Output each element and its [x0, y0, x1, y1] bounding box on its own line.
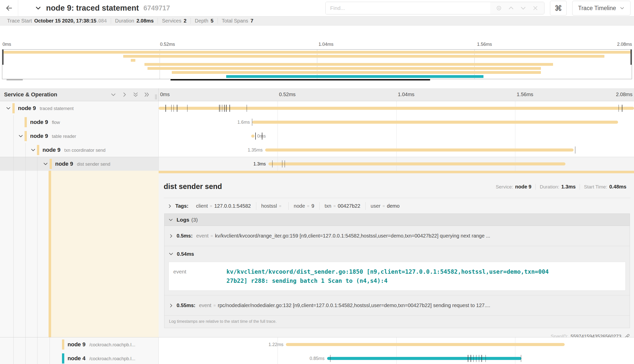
collapse-span-chevron[interactable] — [43, 161, 48, 167]
log-key: event — [196, 233, 208, 239]
span-operation: dist sender send — [77, 162, 110, 167]
span-tree-label: node 9traced statement — [18, 105, 74, 112]
axis-tick-label: 0ms — [3, 42, 11, 47]
log-event-tick — [619, 105, 619, 112]
span-row[interactable]: node 9flow1.6ms — [0, 115, 634, 129]
span-duration-label: 0.85ms — [310, 356, 325, 361]
span-tree-cell[interactable]: node 9/cockroach.roachpb.I... — [0, 337, 159, 351]
minimap-right-handle[interactable] — [630, 50, 632, 65]
span-row[interactable]: node 9txn coordinator send1.35ms — [0, 143, 634, 157]
expand-all-icon[interactable] — [144, 92, 150, 98]
span-duration-bar[interactable] — [159, 107, 634, 110]
tag-equals: = — [383, 204, 385, 208]
span-row[interactable]: node 4/cockroach.roachpb.I...0.85ms — [0, 351, 634, 364]
tree-guide-line — [13, 115, 14, 129]
minimap-canvas[interactable] — [2, 49, 632, 79]
keyboard-shortcuts-button[interactable]: ⌘ — [550, 1, 567, 15]
log-event-tick — [226, 105, 227, 112]
find-input[interactable] — [326, 2, 490, 14]
span-duration-bar[interactable] — [251, 135, 255, 138]
span-id-value: 5597415943526560273 — [570, 334, 621, 337]
span-timeline-cell[interactable]: 1.22ms — [159, 337, 634, 351]
minimap-scroll-nub[interactable] — [7, 79, 23, 80]
span-id-row: SpanID: 5597415943526560273 — [164, 333, 630, 337]
span-timeline-cell[interactable]: 1.6ms — [159, 115, 634, 129]
tag-value: 9 — [311, 203, 314, 209]
span-tree-cell[interactable]: node 9table reader — [0, 129, 159, 143]
span-detail-meta: Service:node 9 Duration:1.3ms Start Time… — [492, 184, 630, 191]
logs-header[interactable]: Logs (3) — [164, 214, 630, 226]
span-row[interactable]: node 9table reader0ms — [0, 129, 634, 143]
chevron-down-icon — [168, 217, 173, 222]
collapse-span-chevron[interactable] — [18, 133, 24, 139]
collapse-span-chevron[interactable] — [30, 147, 36, 153]
span-tree-label: node 4/cockroach.roachpb.I... — [68, 355, 135, 362]
span-duration-bar[interactable] — [265, 148, 574, 152]
collapse-all-icon[interactable] — [133, 92, 139, 98]
minimap-scrollbar[interactable] — [2, 79, 632, 81]
span-timeline-cell[interactable] — [159, 101, 634, 115]
span-timeline-cell[interactable]: 1.3ms — [159, 157, 634, 171]
minimap-scroll-thumb[interactable] — [171, 79, 430, 80]
collapse-one-icon[interactable] — [110, 92, 116, 98]
logs-count: (3) — [191, 217, 198, 223]
span-tree-cell[interactable]: node 4/cockroach.roachpb.I... — [0, 351, 159, 364]
timeline-axis: 0ms0.52ms1.04ms1.56ms2.08ms — [159, 88, 634, 101]
span-tree-cell[interactable]: node 9flow — [0, 115, 159, 129]
log-event-tick — [229, 105, 230, 112]
log-event-tick — [171, 105, 172, 112]
tag-key: client — [196, 203, 208, 209]
span-row[interactable]: node 9/cockroach.roachpb.I...1.22ms — [0, 337, 634, 351]
timeline-column-header: Service & Operation — [0, 88, 634, 101]
chevron-right-icon — [168, 233, 174, 239]
tag-item: txn=00427b22 — [319, 202, 365, 210]
column-resize-handle[interactable] — [155, 94, 157, 99]
span-row[interactable]: node 9dist sender send1.3ms — [0, 157, 634, 171]
span-timeline-cell[interactable]: 0ms — [159, 129, 634, 143]
span-timeline-cell[interactable]: 0.85ms — [159, 351, 634, 364]
back-button[interactable] — [0, 0, 18, 16]
span-tree-cell[interactable]: node 9traced statement — [0, 101, 159, 115]
tree-guide-line — [25, 171, 26, 337]
view-select-button[interactable]: Trace Timeline — [572, 1, 630, 15]
find-clear-icon[interactable] — [531, 3, 540, 13]
logs-label: Logs — [177, 217, 189, 223]
expand-one-icon[interactable] — [121, 92, 128, 98]
tags-row[interactable]: Tags: client=127.0.0.1:54582hostssl=node… — [164, 202, 630, 210]
span-duration-bar[interactable] — [252, 121, 618, 124]
span-tree-cell[interactable]: node 9dist sender send — [0, 157, 159, 171]
collapse-trace-chevron[interactable] — [35, 5, 41, 11]
span-duration-bar[interactable] — [268, 162, 565, 165]
minimap-span-bar — [172, 71, 541, 74]
span-row[interactable]: node 9traced statement — [0, 101, 634, 115]
log-entry[interactable]: 0.5ms:event=kv/kvclient/kvcoord/range_it… — [164, 226, 630, 246]
span-tree-cell[interactable]: node 9txn coordinator send — [0, 143, 159, 157]
span-duration-bar[interactable] — [286, 343, 565, 346]
log-entry-header[interactable]: 0.54ms — [164, 246, 630, 262]
summary-value: 7 — [250, 18, 253, 24]
locate-icon[interactable] — [494, 3, 504, 13]
log-event-tick — [177, 105, 177, 112]
span-timeline-cell[interactable]: 1.35ms — [159, 143, 634, 157]
minimap-span-bar — [226, 75, 483, 78]
span-operation: traced statement — [40, 106, 74, 111]
axis-tick-label: 2.08ms — [617, 42, 632, 47]
span-tree-label: node 9table reader — [30, 133, 76, 139]
find-next-icon[interactable] — [518, 3, 528, 13]
tree-guide-line — [37, 337, 37, 351]
logs-note: Log timestamps are relative to the start… — [164, 316, 630, 328]
span-color-flag — [25, 131, 27, 141]
span-service: node 9 — [18, 105, 36, 111]
tree-guide-line — [13, 143, 14, 157]
chevron-down-icon — [168, 251, 174, 257]
span-duration-bar[interactable] — [327, 357, 521, 360]
minimap-left-handle[interactable] — [2, 50, 4, 65]
find-prev-icon[interactable] — [506, 3, 516, 13]
collapse-span-chevron[interactable] — [6, 105, 11, 111]
tree-guide-line — [25, 337, 26, 351]
log-event-tick — [330, 355, 331, 362]
tag-item: node=9 — [288, 202, 319, 210]
link-icon[interactable] — [624, 333, 630, 337]
tag-value: 00427b22 — [338, 203, 360, 209]
log-entry[interactable]: 0.55ms:event=rpc/nodedialer/nodedialer.g… — [164, 295, 630, 316]
